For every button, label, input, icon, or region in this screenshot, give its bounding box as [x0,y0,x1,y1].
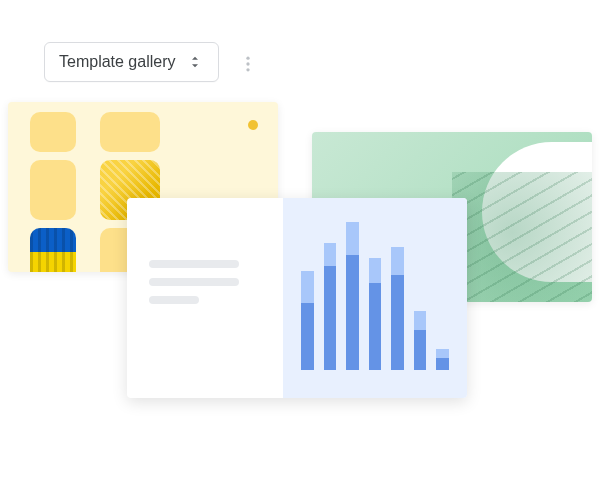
more-options-button[interactable] [232,48,264,80]
placeholder-line [149,296,199,304]
chart-bar [301,271,314,370]
unfold-more-icon [186,53,204,71]
template-gallery-label: Template gallery [59,53,176,71]
placeholder-line [149,260,239,268]
svg-point-1 [246,62,249,65]
decorative-dot [248,120,258,130]
yellow-tile [30,160,76,220]
svg-point-2 [246,68,249,71]
svg-point-0 [246,57,249,60]
chart-bar [346,222,359,370]
chart-bar-segment-light [391,247,404,276]
placeholder-line [149,278,239,286]
chart-bar-segment-dark [324,266,337,370]
chart-bar [436,349,449,370]
chart-bar-segment-dark [391,275,404,370]
chart-bar-segment-light [436,349,449,358]
bar-chart [283,198,467,398]
chart-bar-segment-light [346,222,359,254]
chart-bar [391,247,404,370]
chart-bar-segment-dark [414,330,427,370]
chart-bar [414,311,427,370]
yellow-tile [100,112,160,152]
chart-bar [369,258,382,370]
template-gallery-button[interactable]: Template gallery [44,42,219,82]
chart-bar-segment-light [414,311,427,329]
chart-bar-segment-dark [301,303,314,370]
template-card-chart[interactable] [127,198,467,398]
yellow-tile-photo [30,228,76,272]
chart-bar-segment-light [369,258,382,283]
decorative-leaf [452,172,592,302]
chart-bar-segment-light [324,243,337,266]
more-vert-icon [238,54,258,74]
chart-bar-segment-dark [436,358,449,370]
chart-bar [324,243,337,370]
chart-bar-segment-dark [369,283,382,370]
chart-bar-segment-dark [346,255,359,370]
chart-bar-segment-light [301,271,314,303]
chart-text-panel [127,198,283,398]
yellow-tile [30,112,76,152]
